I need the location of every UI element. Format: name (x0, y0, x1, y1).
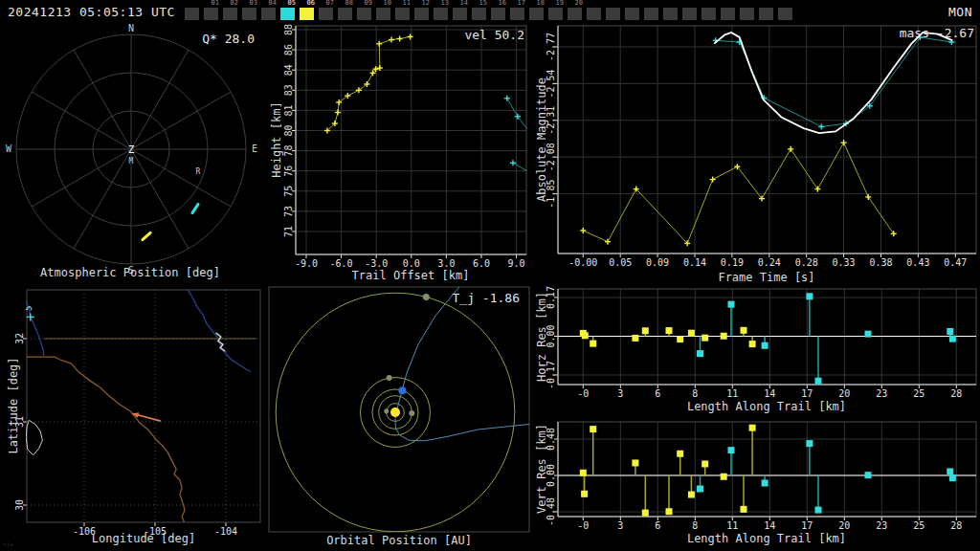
x-tick-label: 17 (801, 388, 813, 399)
station-box-19[interactable] (548, 8, 563, 20)
station-box-01[interactable] (204, 8, 218, 20)
marker (702, 335, 708, 342)
venus-marker (409, 410, 414, 416)
marker (865, 331, 872, 338)
map-line-river-west (21, 290, 44, 357)
marker (815, 378, 822, 385)
magnitude-panel: -0.000.050.090.140.190.240.280.330.380.4… (546, 26, 976, 268)
tisserand-annotation: T_j -1.86 (453, 291, 520, 305)
map-line-border-rio-grande (27, 357, 185, 521)
station-box-10[interactable] (376, 8, 390, 20)
station-box-18[interactable] (529, 8, 544, 20)
station-number-13: 13 (433, 0, 449, 7)
x-tick-label: 11 (726, 520, 738, 531)
station-box-04[interactable] (261, 8, 276, 20)
marker (741, 506, 747, 513)
station-box-11[interactable] (395, 8, 410, 20)
cardinal-label: E (252, 143, 257, 154)
station-box-12[interactable] (414, 8, 429, 20)
station-box-15[interactable] (472, 8, 486, 20)
station-box-blank (740, 8, 754, 20)
station-number-14: 14 (452, 0, 468, 7)
mars-marker (387, 375, 392, 381)
station-number-04: 04 (260, 0, 277, 7)
polar-spoke (74, 149, 131, 249)
horz_res-series (580, 293, 956, 384)
polar-spoke (131, 92, 231, 149)
x-tick-label: -0 (577, 520, 589, 531)
station-box-blank (185, 8, 199, 20)
station-box-09[interactable] (357, 8, 371, 20)
mercury-marker (384, 408, 389, 413)
x-tick-label: 0.14 (683, 257, 706, 268)
x-tick-label: 0.0 (403, 258, 420, 269)
x-tick-label: 20 (838, 520, 850, 531)
station-box-05[interactable] (280, 8, 295, 20)
zenith-marker: Z (128, 143, 135, 156)
station-number-11: 11 (394, 0, 411, 7)
x-tick-label: 0.24 (758, 257, 781, 268)
marker (865, 472, 872, 478)
polar-spoke (74, 50, 131, 149)
marker (721, 474, 727, 480)
vert_res-series (580, 425, 956, 517)
x-tick-label: 8 (692, 520, 698, 531)
station-number-20: 20 (567, 0, 583, 7)
topbar: 20241213 05:05:13 UTC 010203040506070809… (0, 0, 980, 23)
marker (666, 327, 673, 334)
sun-marker (390, 408, 400, 417)
vert-res-xlabel: Length Along Trail [km] (623, 532, 910, 545)
x-tick-label: -0.00 (568, 257, 597, 268)
x-tick-label: 3 (617, 520, 623, 531)
station-box-02[interactable] (223, 8, 237, 20)
orbital-panel (269, 287, 529, 532)
orbital-content (276, 287, 529, 532)
marker (632, 459, 638, 466)
station-box-blank (606, 8, 620, 20)
marker (702, 460, 708, 467)
station-box-blank (721, 8, 735, 20)
meteoroid-trajectory (395, 287, 529, 441)
x-tick-label: 23 (876, 520, 887, 531)
y-tick-label: 71 (283, 226, 294, 237)
y-tick-label: 81 (283, 104, 294, 116)
station-box-07[interactable] (319, 8, 333, 20)
station-number-label: 5 (24, 306, 33, 311)
station-box-13[interactable] (434, 8, 448, 20)
magnitude-series (580, 33, 954, 246)
atmospheric-title: Atmospheric Position [deg] (0, 266, 274, 279)
x-tick-label: 9.0 (508, 258, 525, 269)
x-tick-label: 3.0 (437, 258, 455, 269)
x-tick-label: 23 (876, 388, 887, 399)
station-box-blank (702, 8, 716, 20)
cardinal-label: N (128, 23, 134, 33)
marker (721, 333, 727, 340)
watermark: njw (3, 540, 13, 547)
x-tick-label: 8 (692, 388, 698, 399)
station-box-08[interactable] (338, 8, 352, 20)
station-box-14[interactable] (453, 8, 467, 20)
station-number-09: 09 (356, 0, 372, 7)
marker (741, 327, 747, 334)
station-number-03: 03 (241, 0, 257, 7)
x-tick-label: 0.09 (646, 257, 669, 268)
x-tick-label: 0.33 (833, 257, 856, 268)
marker (666, 508, 673, 515)
station-number-02: 02 (222, 0, 238, 7)
station-box-06[interactable] (300, 8, 314, 20)
orbital-title: Orbital Position [AU] (256, 534, 543, 547)
x-tick-label: 14 (764, 520, 775, 531)
meteor-streak-06 (143, 232, 150, 239)
x-tick-label: 11 (726, 388, 738, 399)
x-tick-label: 14 (764, 388, 775, 399)
map-series: 5 (21, 290, 256, 522)
station-box-03[interactable] (242, 8, 256, 20)
station-box-17[interactable] (510, 8, 524, 20)
station-box-blank (663, 8, 678, 20)
station-box-blank (587, 8, 601, 20)
station-number-07: 07 (318, 0, 334, 7)
polar-spoke (131, 149, 189, 249)
station-box-20[interactable] (568, 8, 582, 20)
magnitude-ylabel: Absolute Magnitude (535, 44, 548, 235)
station-box-16[interactable] (491, 8, 505, 20)
